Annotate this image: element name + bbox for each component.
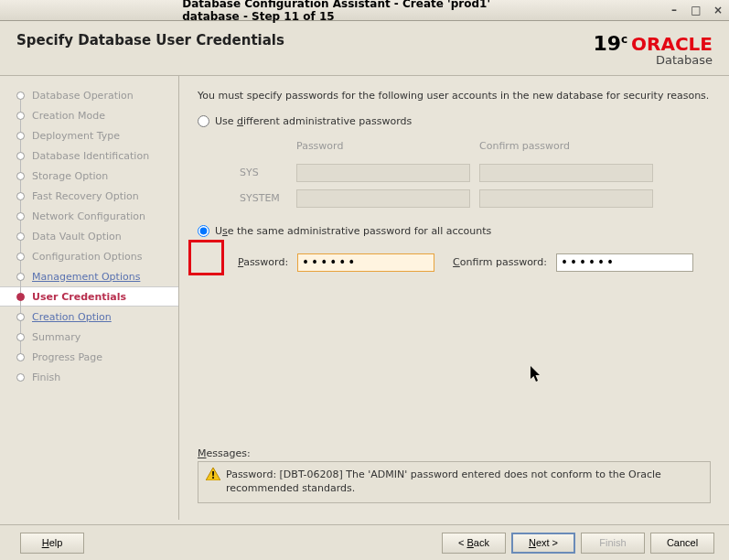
page-title: Specify Database User Credentials — [16, 32, 284, 48]
confirm-password-input[interactable] — [556, 253, 693, 272]
sys-confirm-input — [479, 164, 653, 182]
warning-icon: ! — [206, 468, 220, 480]
label-different-passwords: Use different administrative passwords — [215, 115, 412, 127]
maximize-button[interactable]: □ — [689, 3, 703, 17]
system-confirm-input — [479, 189, 653, 208]
window-title: Database Configuration Assistant - Creat… — [182, 0, 547, 23]
sidebar-item-creation-option[interactable]: Creation Option — [13, 307, 178, 327]
password-table: Password Confirm password SYS SYSTEM — [238, 135, 662, 212]
messages-section: Messages: ! Password: [DBT-06208] The 'A… — [198, 447, 711, 503]
col-confirm: Confirm password — [479, 136, 660, 159]
radio-same-password[interactable] — [198, 225, 209, 237]
svg-text:!: ! — [211, 470, 216, 480]
back-button[interactable]: < Back — [442, 533, 506, 554]
sidebar-item-database-identification: Database Identification — [13, 145, 178, 166]
password-input[interactable] — [297, 253, 434, 272]
password-label: Password: — [238, 256, 288, 268]
option-same-password[interactable]: Use the same administrative password for… — [198, 225, 711, 237]
sidebar-item-summary: Summary — [13, 327, 178, 347]
confirm-password-label: Confirm password: — [453, 256, 547, 268]
option-different-passwords[interactable]: Use different administrative passwords — [198, 115, 711, 127]
sidebar-item-data-vault-option: Data Vault Option — [13, 226, 178, 246]
row-system-label: SYSTEM — [240, 187, 295, 210]
sidebar-item-finish: Finish — [13, 367, 178, 387]
sidebar-item-progress-page: Progress Page — [13, 347, 178, 367]
sidebar-item-fast-recovery-option: Fast Recovery Option — [13, 186, 178, 206]
close-button[interactable]: × — [711, 3, 725, 17]
header: Specify Database User Credentials 19c OR… — [0, 21, 729, 76]
system-password-input — [296, 189, 470, 208]
sys-password-input — [296, 164, 470, 182]
row-sys-label: SYS — [240, 161, 295, 185]
help-button[interactable]: Help — [20, 533, 84, 554]
finish-button: Finish — [581, 533, 645, 554]
oracle-logo: 19c ORACLE Database — [593, 32, 713, 67]
sidebar: Database Operation Creation Mode Deploym… — [0, 76, 179, 520]
next-button[interactable]: Next > — [511, 533, 575, 554]
col-password: Password — [296, 136, 477, 159]
message-text: Password: [DBT-06208] The 'ADMIN' passwo… — [226, 468, 702, 496]
sidebar-item-management-options[interactable]: Management Options — [13, 266, 178, 286]
sidebar-item-user-credentials: User Credentials — [0, 286, 178, 307]
sidebar-item-storage-option: Storage Option — [13, 166, 178, 186]
titlebar: Database Configuration Assistant - Creat… — [0, 0, 729, 21]
intro-text: You must specify passwords for the follo… — [198, 89, 711, 104]
messages-box: ! Password: [DBT-06208] The 'ADMIN' pass… — [198, 461, 711, 503]
sidebar-item-network-configuration: Network Configuration — [13, 206, 178, 226]
sidebar-item-configuration-options: Configuration Options — [13, 246, 178, 266]
messages-label: Messages: — [198, 447, 711, 459]
label-same-password: Use the same administrative password for… — [215, 225, 491, 237]
footer: Help < Back Next > Finish Cancel — [0, 524, 729, 560]
sidebar-item-deployment-type: Deployment Type — [13, 125, 178, 145]
sidebar-item-creation-mode: Creation Mode — [13, 105, 178, 125]
minimize-button[interactable]: – — [667, 3, 681, 17]
radio-different-passwords[interactable] — [198, 115, 209, 127]
sidebar-item-database-operation: Database Operation — [13, 85, 178, 105]
cancel-button[interactable]: Cancel — [650, 533, 714, 554]
